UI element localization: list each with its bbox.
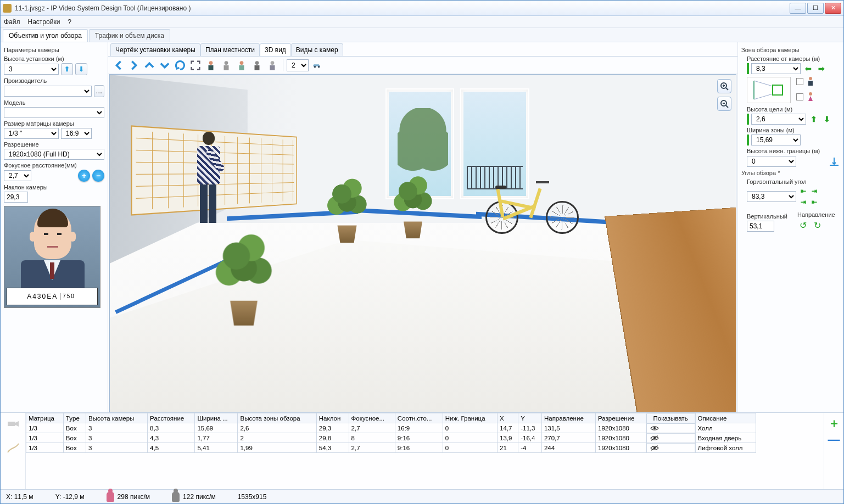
table-cell[interactable]: Box — [63, 443, 86, 453]
floor-select[interactable]: 2 — [287, 59, 309, 71]
remove-camera-button[interactable]: — — [827, 433, 841, 447]
table-cell[interactable]: 1,77 — [195, 433, 238, 443]
table-cell[interactable]: 2,7 — [349, 443, 395, 453]
table-header[interactable]: Направление — [541, 413, 595, 423]
table-cell[interactable]: 2 — [238, 433, 316, 443]
manufacturer-select[interactable] — [4, 86, 92, 97]
nav-down-button[interactable] — [158, 58, 172, 72]
table-cell[interactable]: 0 — [443, 443, 497, 453]
table-header[interactable]: Показывать — [646, 413, 695, 423]
table-cell[interactable]: Лифтовой холл — [695, 443, 756, 453]
table-cell[interactable]: 5,41 — [195, 443, 238, 453]
table-cell[interactable]: 9:16 — [395, 443, 443, 453]
manufacturer-more-button[interactable]: … — [94, 85, 104, 97]
dist-left-button[interactable]: ⬅ — [803, 63, 814, 74]
table-header[interactable]: Соотн.сто... — [395, 413, 443, 423]
subtab-drawing[interactable]: Чертёж установки камеры — [110, 43, 200, 56]
targeth-up-button[interactable]: ⬆ — [808, 114, 819, 125]
zoom-out-button[interactable] — [717, 97, 731, 111]
table-cell[interactable]: 3 — [86, 443, 148, 453]
table-header[interactable]: Ниж. Граница — [443, 413, 497, 423]
height-down-button[interactable]: ⬇ — [75, 63, 87, 75]
add-camera-button[interactable]: ＋ — [827, 416, 841, 430]
table-cell[interactable]: Входная дверь — [695, 433, 756, 443]
table-header[interactable]: Описание — [695, 413, 756, 423]
table-cell[interactable]: 270,7 — [541, 433, 595, 443]
table-cell[interactable]: Box — [63, 433, 86, 443]
table-row[interactable]: 1/3Box34,31,77229,889:16013,9-16,4270,71… — [26, 433, 756, 443]
table-cell[interactable]: 1/3 — [26, 423, 64, 433]
eye-off-icon[interactable] — [649, 445, 660, 451]
table-cell[interactable]: 0 — [443, 433, 497, 443]
table-cell[interactable]: 1920x1080 — [596, 443, 646, 453]
tab-traffic[interactable]: Трафик и объем диска — [89, 29, 170, 42]
vert-field[interactable] — [747, 221, 774, 232]
table-header[interactable]: Y — [518, 413, 542, 423]
target-man-checkbox[interactable] — [796, 78, 803, 85]
focal-plus-button[interactable]: + — [78, 170, 90, 182]
zonew-select[interactable]: 15,69 — [751, 135, 801, 145]
eye-icon[interactable] — [649, 425, 660, 432]
viewport-3d[interactable] — [109, 74, 736, 412]
dist-right-button[interactable]: ➡ — [816, 63, 827, 74]
table-header[interactable]: Матрица — [26, 413, 64, 423]
rotate-ccw-button[interactable]: ↺ — [797, 219, 809, 231]
table-cell[interactable]: 1,99 — [238, 443, 316, 453]
table-header[interactable]: X — [498, 413, 518, 423]
person5-button[interactable] — [265, 58, 280, 72]
table-cell[interactable]: 3 — [86, 433, 148, 443]
table-cell[interactable]: 1920x1080 — [596, 423, 646, 433]
table-cell[interactable]: 4,3 — [148, 433, 195, 443]
target-woman-checkbox[interactable] — [796, 93, 803, 100]
table-cell[interactable]: 9:16 — [395, 433, 443, 443]
eye-off-icon[interactable] — [649, 435, 660, 441]
table-cell[interactable]: 1/3 — [26, 443, 64, 453]
table-cell[interactable]: 4,5 — [148, 443, 195, 453]
nav-left-button[interactable] — [111, 58, 126, 72]
horiz-select[interactable]: 83,3 — [747, 191, 796, 202]
table-cell[interactable]: 29,8 — [316, 433, 349, 443]
dist-select[interactable]: 8,3 — [751, 63, 801, 74]
cable-icon[interactable] — [7, 441, 20, 455]
nav-up-button[interactable] — [142, 58, 156, 72]
table-cell[interactable]: -11,3 — [518, 423, 542, 433]
table-header[interactable]: Наклон — [316, 413, 349, 423]
table-header[interactable]: Разрешение — [596, 413, 646, 423]
horiz-shrink-button[interactable]: ⇥ — [798, 197, 808, 207]
table-cell[interactable]: 21 — [498, 443, 518, 453]
table-header[interactable]: Высота камеры — [86, 413, 148, 423]
table-row[interactable]: 1/3Box34,55,411,9954,32,79:16021-4244192… — [26, 443, 756, 453]
table-row[interactable]: 1/3Box38,315,692,629,32,716:9014,7-11,31… — [26, 423, 756, 433]
lower-select[interactable]: 0 — [747, 156, 796, 167]
table-cell[interactable]: 8,3 — [148, 423, 195, 433]
table-cell[interactable]: 2,7 — [349, 423, 395, 433]
table-header[interactable]: Высота зоны обзора — [238, 413, 316, 423]
table-cell[interactable]: 15,69 — [195, 423, 238, 433]
zoom-in-button[interactable] — [717, 79, 731, 93]
table-header[interactable]: Ширина ... — [195, 413, 238, 423]
camera-icon[interactable] — [7, 417, 20, 430]
table-cell[interactable]: -4 — [518, 443, 542, 453]
table-cell[interactable] — [646, 423, 695, 433]
menu-file[interactable]: Файл — [4, 18, 20, 26]
table-cell[interactable]: 16:9 — [395, 423, 443, 433]
table-cell[interactable]: 13,9 — [498, 433, 518, 443]
height-select[interactable]: 3 — [4, 64, 59, 75]
expand-button[interactable] — [188, 58, 203, 72]
table-cell[interactable]: Box — [63, 423, 86, 433]
person3-button[interactable] — [234, 58, 249, 72]
maximize-button[interactable]: ☐ — [807, 3, 824, 14]
table-header[interactable]: Type — [63, 413, 86, 423]
subtab-camviews[interactable]: Виды с камер — [291, 43, 343, 56]
table-cell[interactable]: 3 — [86, 423, 148, 433]
table-cell[interactable]: 14,7 — [498, 423, 518, 433]
cameras-table-wrap[interactable]: МатрицаTypeВысота камерыРасстояниеШирина… — [26, 413, 824, 489]
horiz-expand-button[interactable]: ⇤ — [798, 186, 808, 196]
car-button[interactable] — [310, 58, 324, 72]
person1-button[interactable] — [204, 58, 218, 72]
targeth-select[interactable]: 2,6 — [751, 114, 806, 125]
table-cell[interactable] — [646, 443, 695, 453]
table-cell[interactable]: 1/3 — [26, 433, 64, 443]
reset-view-button[interactable] — [173, 58, 187, 72]
table-cell[interactable] — [646, 433, 695, 443]
